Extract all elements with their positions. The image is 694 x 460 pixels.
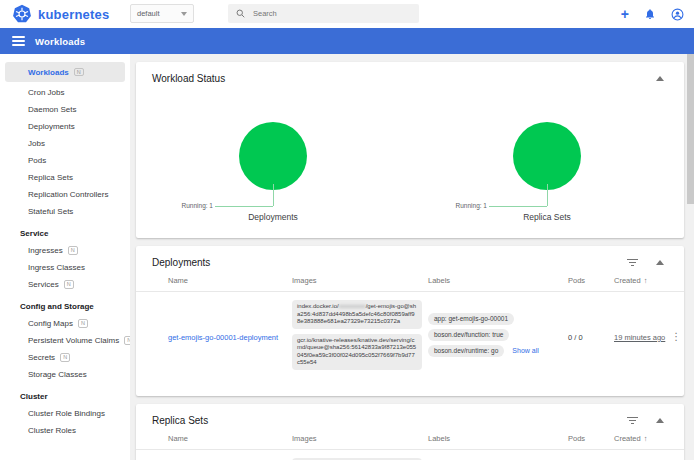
sidebar-item-stateful-sets[interactable]: Stateful Sets (0, 203, 130, 220)
sidebar-item-label: Cron Jobs (28, 88, 64, 97)
col-header-pods[interactable]: Pods (568, 276, 608, 285)
label-chip: boson.dev/function: true (428, 329, 509, 341)
workload-status-title: Workload Status (152, 73, 225, 84)
pie-slice-running[interactable] (239, 122, 307, 190)
sidebar-item-jobs[interactable]: Jobs (0, 135, 130, 152)
sidebar-item-daemon-sets[interactable]: Daemon Sets (0, 101, 130, 118)
namespaced-badge: N (64, 280, 74, 289)
main-content: Workload Status Running: 1 Deployments (130, 54, 694, 460)
namespace-selector[interactable]: default (130, 4, 194, 23)
sidebar-section-config-storage: Config and Storage (0, 297, 130, 315)
namespace-value: default (137, 9, 160, 18)
replica-sets-pie-chart: Running: 1 Replica Sets (410, 122, 684, 222)
sidebar-section-service: Service (0, 224, 130, 242)
create-resource-button[interactable]: + (621, 7, 629, 21)
col-header-images[interactable]: Images (292, 434, 422, 443)
collapse-caret-icon[interactable] (656, 260, 664, 265)
sidebar-item-replica-sets[interactable]: Replica Sets (0, 169, 130, 186)
sidebar-item-cron-jobs[interactable]: Cron Jobs (0, 84, 130, 101)
sidebar-item-label: Config Maps (28, 319, 73, 328)
sidebar-item-label: Workloads (28, 68, 69, 77)
menu-hamburger-icon[interactable] (12, 36, 25, 46)
sidebar-item-label: Daemon Sets (28, 105, 76, 114)
pie-legend-label: Running: 1 (182, 202, 213, 209)
image-chip: gcr.io/knative-releases/knative.dev/serv… (292, 334, 422, 370)
filter-icon[interactable] (627, 259, 638, 266)
legend-connector (273, 184, 274, 206)
sidebar-item-persistent-volume-claims[interactable]: Persistent Volume Claims N (0, 332, 130, 349)
kubernetes-logo[interactable]: kubernetes (12, 4, 109, 24)
col-header-name[interactable]: Name (168, 434, 286, 443)
label-chip: boson.dev/runtime: go (428, 345, 504, 357)
header-actions: + (621, 0, 684, 28)
sidebar-item-label: Jobs (28, 139, 45, 148)
replica-sets-card: Replica Sets Name Images Labels Pods Cre… (136, 404, 684, 460)
filter-icon[interactable] (627, 417, 638, 424)
pods-count: 0 / 0 (568, 333, 583, 342)
pie-slice-running[interactable] (513, 122, 581, 190)
namespaced-badge: N (68, 246, 78, 255)
namespaced-badge: N (78, 319, 88, 328)
search-bar[interactable] (228, 4, 419, 23)
sidebar-item-label: Secrets (28, 353, 55, 362)
sidebar-item-label: Replica Sets (28, 173, 73, 182)
col-header-created[interactable]: Created↑ (614, 276, 654, 285)
pie-chart-title: Replica Sets (523, 212, 571, 222)
legend-connector (547, 184, 548, 206)
notifications-bell-icon[interactable] (644, 8, 656, 20)
scrollbar-thumb[interactable] (687, 54, 694, 204)
col-header-pods[interactable]: Pods (568, 434, 608, 443)
search-icon (236, 9, 245, 18)
top-header: kubernetes default + (0, 0, 694, 28)
created-time-link[interactable]: 19 minutes ago (614, 333, 665, 342)
redacted-text: xxxxxxxxx (339, 303, 366, 309)
col-header-created[interactable]: Created↑ (614, 434, 654, 443)
sidebar-item-deployments[interactable]: Deployments (0, 118, 130, 135)
sort-ascending-icon: ↑ (644, 434, 648, 443)
kubernetes-dashboard: kubernetes default + (0, 0, 694, 460)
page-scrollbar[interactable] (687, 54, 694, 460)
sidebar-item-config-maps[interactable]: Config Maps N (0, 315, 130, 332)
sidebar-item-label: Deployments (28, 122, 75, 131)
replica-sets-title: Replica Sets (152, 415, 208, 426)
legend-connector (489, 206, 547, 207)
sidebar-item-label: Storage Classes (28, 370, 87, 379)
sidebar-item-ingresses[interactable]: Ingresses N (0, 242, 130, 259)
sidebar-item-cluster-roles[interactable]: Cluster Roles (0, 422, 130, 439)
user-account-icon[interactable] (671, 8, 684, 21)
sidebar-item-label: Replication Controllers (28, 190, 108, 199)
pie-chart-title: Deployments (248, 212, 298, 222)
sidebar-item-services[interactable]: Services N (0, 276, 130, 293)
sidebar-item-label: Ingresses (28, 246, 63, 255)
col-header-name[interactable]: Name (168, 276, 286, 285)
search-input[interactable] (253, 9, 403, 18)
sidebar-item-label: Cluster Roles (28, 426, 76, 435)
sidebar-item-workloads[interactable]: Workloads N (5, 62, 125, 82)
deployments-pie-chart: Running: 1 Deployments (136, 122, 410, 222)
replica-set-table-row[interactable]: get-emojis-go-00001-deployment- index.do… (136, 450, 684, 460)
kubernetes-helm-icon (12, 4, 32, 24)
deployments-title: Deployments (152, 257, 210, 268)
brand-name: kubernetes (38, 7, 109, 22)
deployment-name-link[interactable]: get-emojis-go-00001-deployment (168, 333, 278, 342)
collapse-caret-icon[interactable] (656, 418, 664, 423)
sidebar-item-storage-classes[interactable]: Storage Classes (0, 366, 130, 383)
sidebar-item-secrets[interactable]: Secrets N (0, 349, 130, 366)
col-header-labels[interactable]: Labels (428, 276, 562, 285)
sidebar-item-pods[interactable]: Pods (0, 152, 130, 169)
col-header-labels[interactable]: Labels (428, 434, 562, 443)
sidebar-item-label: Services (28, 280, 59, 289)
replica-sets-table-header: Name Images Labels Pods Created↑ (136, 428, 684, 450)
collapse-caret-icon[interactable] (656, 76, 664, 81)
sidebar-item-ingress-classes[interactable]: Ingress Classes (0, 259, 130, 276)
deployment-table-row[interactable]: get-emojis-go-00001-deployment index.doc… (136, 292, 684, 378)
col-header-images[interactable]: Images (292, 276, 422, 285)
show-all-labels-link[interactable]: Show all (512, 347, 538, 354)
workload-status-card: Workload Status Running: 1 Deployments (136, 62, 684, 238)
sidebar-item-cluster-role-bindings[interactable]: Cluster Role Bindings (0, 405, 130, 422)
namespaced-badge: N (74, 68, 84, 77)
sidebar-item-label: Stateful Sets (28, 207, 73, 216)
row-menu-kebab-icon[interactable]: ⋮ (671, 331, 681, 342)
page-title: Workloads (35, 36, 85, 47)
sidebar-item-replication-controllers[interactable]: Replication Controllers (0, 186, 130, 203)
